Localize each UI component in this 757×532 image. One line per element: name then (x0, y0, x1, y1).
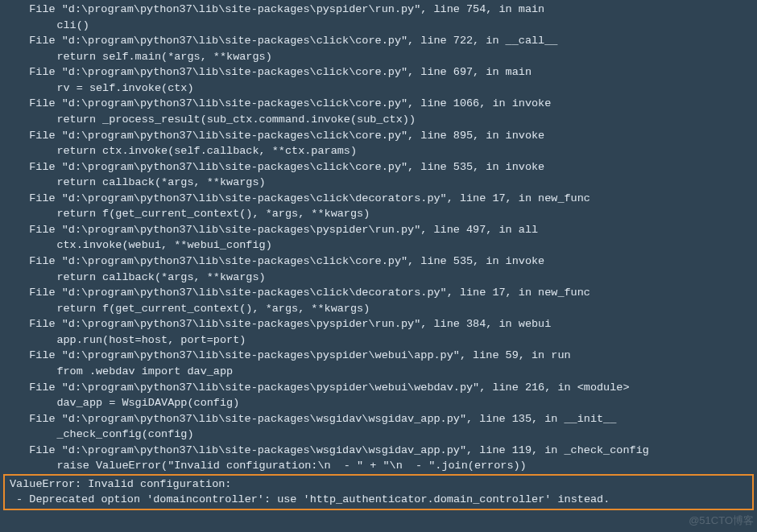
traceback-file-line: File "d:\program\python37\lib\site-packa… (0, 191, 757, 207)
traceback-code-line: return f(get_current_context(), *args, *… (0, 206, 757, 222)
traceback-code-line: raise ValueError("Invalid configuration:… (0, 458, 757, 474)
traceback-file-line: File "d:\program\python37\lib\site-packa… (0, 316, 757, 332)
traceback-code-line: return f(get_current_context(), *args, *… (0, 301, 757, 317)
traceback-file-line: File "d:\program\python37\lib\site-packa… (0, 443, 757, 459)
traceback-code-line: return ctx.invoke(self.callback, **ctx.p… (0, 143, 757, 159)
traceback-file-line: File "d:\program\python37\lib\site-packa… (0, 96, 757, 112)
traceback-code-line: rv = self.invoke(ctx) (0, 80, 757, 97)
traceback-code-line: _check_config(config) (0, 427, 757, 443)
traceback-code-line: app.run(host=host, port=port) (0, 332, 757, 348)
watermark: @51CTO博客 (689, 513, 754, 529)
error-highlight-box: ValueError: Invalid configuration: - Dep… (3, 474, 754, 510)
traceback-file-line: File "d:\program\python37\lib\site-packa… (0, 2, 757, 18)
traceback-file-line: File "d:\program\python37\lib\site-packa… (0, 222, 757, 238)
traceback-code-line: return self.main(*args, **kwargs) (0, 49, 757, 65)
traceback-code-line: dav_app = WsgiDAVApp(config) (0, 395, 757, 411)
traceback-file-line: File "d:\program\python37\lib\site-packa… (0, 348, 757, 364)
traceback-file-line: File "d:\program\python37\lib\site-packa… (0, 411, 757, 427)
traceback-code-line: return _process_result(sub_ctx.command.i… (0, 112, 757, 128)
traceback-file-line: File "d:\program\python37\lib\site-packa… (0, 380, 757, 396)
traceback-code-line: cli() (0, 18, 757, 34)
traceback-file-line: File "d:\program\python37\lib\site-packa… (0, 64, 757, 80)
error-detail: - Deprecated option 'domaincontroller': … (5, 492, 752, 508)
traceback-file-line: File "d:\program\python37\lib\site-packa… (0, 128, 757, 144)
error-headline: ValueError: Invalid configuration: (5, 476, 752, 493)
traceback-code-line: return callback(*args, **kwargs) (0, 175, 757, 191)
traceback-file-line: File "d:\program\python37\lib\site-packa… (0, 33, 757, 49)
traceback-code-line: from .webdav import dav_app (0, 364, 757, 380)
traceback-code-line: return callback(*args, **kwargs) (0, 270, 757, 286)
traceback-code-line: ctx.invoke(webui, **webui_config) (0, 237, 757, 254)
traceback-list: File "d:\program\python37\lib\site-packa… (0, 0, 757, 474)
traceback-file-line: File "d:\program\python37\lib\site-packa… (0, 285, 757, 301)
traceback-file-line: File "d:\program\python37\lib\site-packa… (0, 254, 757, 270)
traceback-file-line: File "d:\program\python37\lib\site-packa… (0, 159, 757, 175)
